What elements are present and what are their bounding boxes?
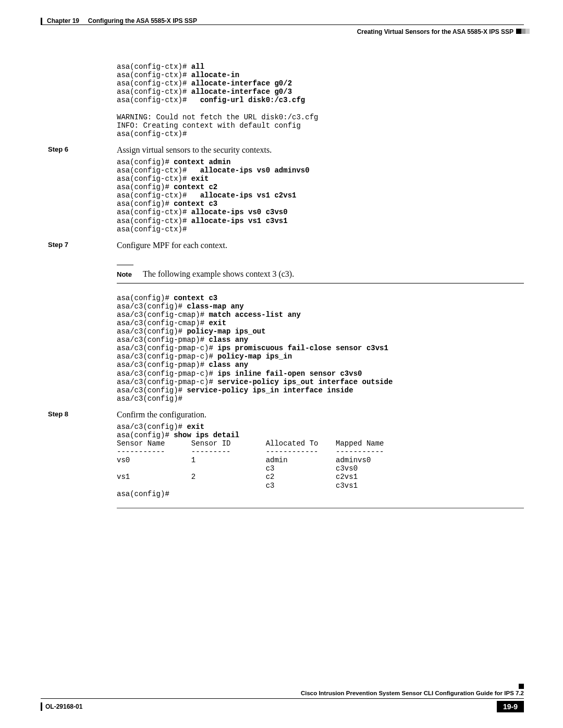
- page: Chapter 19 Configuring the ASA 5585-X IP…: [0, 0, 563, 728]
- step-label: Step 7: [48, 241, 117, 250]
- step-6: Step 6 Assign virtual sensors to the sec…: [48, 145, 524, 155]
- chapter-title: Configuring the ASA 5585-X IPS SSP: [88, 17, 197, 24]
- note-block: Note The following example shows context…: [117, 265, 524, 283]
- cli-block-2: asa(config)# context admin asa(config-ct…: [117, 158, 524, 233]
- cli-block-4: asa/c3(config)# exit asa(config)# show i…: [117, 423, 524, 498]
- note-rule: [117, 265, 133, 265]
- header-rule: [41, 24, 524, 25]
- footer: Cisco Intrusion Prevention System Sensor…: [41, 690, 524, 712]
- step-text: Configure MPF for each context.: [117, 241, 227, 250]
- footer-accent-bar: [41, 702, 42, 711]
- page-number: 19-9: [497, 701, 524, 712]
- deco-square-icon: [516, 29, 521, 34]
- section-end-rule: [117, 508, 524, 509]
- step-label: Step 8: [48, 410, 117, 419]
- main-content: asa(config-ctx)# all asa(config-ctx)# al…: [48, 63, 524, 509]
- footer-rule: [41, 698, 524, 699]
- section-title: Creating Virtual Sensors for the ASA 558…: [357, 28, 513, 35]
- step-8: Step 8 Confirm the configuration.: [48, 410, 524, 419]
- step-text: Assign virtual sensors to the security c…: [117, 145, 272, 155]
- step-label: Step 6: [48, 145, 117, 155]
- chapter-label: Chapter 19: [47, 17, 79, 24]
- deco-square-icon: [519, 684, 524, 689]
- cli-block-3: asa(config)# context c3 asa/c3(config)# …: [117, 294, 524, 403]
- footer-guide-title: Cisco Intrusion Prevention System Sensor…: [41, 690, 524, 696]
- running-header: Chapter 19 Configuring the ASA 5585-X IP…: [47, 17, 197, 24]
- note-text: The following example shows context 3 (c…: [143, 269, 294, 279]
- note-label: Note: [117, 270, 143, 278]
- step-7: Step 7 Configure MPF for each context.: [48, 241, 524, 250]
- doc-number: OL-29168-01: [45, 703, 82, 710]
- cli-block-1: asa(config-ctx)# all asa(config-ctx)# al…: [117, 63, 524, 138]
- header-accent-bar: [41, 18, 42, 24]
- step-text: Confirm the configuration.: [117, 410, 206, 419]
